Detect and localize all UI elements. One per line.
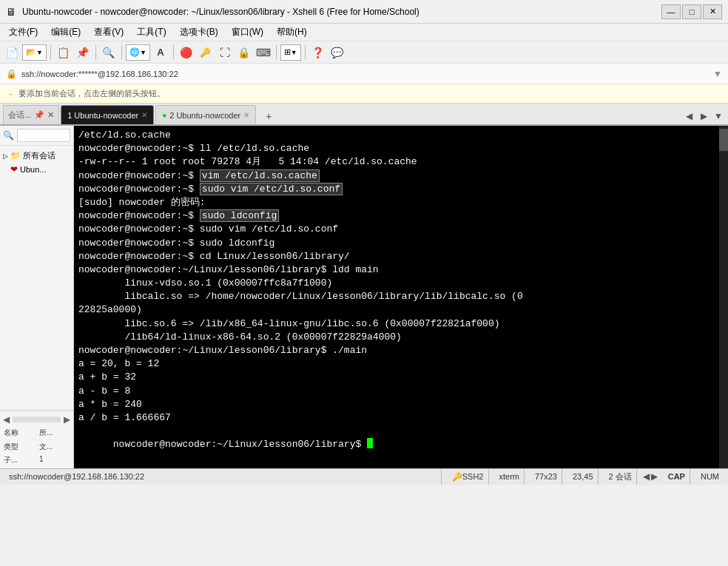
status-terminal-type: xterm <box>495 469 525 485</box>
sidebar-col-headers: 名称 所... <box>1 426 72 440</box>
toolbar-sep-3 <box>121 45 122 60</box>
menu-edit[interactable]: 编辑(E) <box>45 24 87 40</box>
toolbar-fullscreen[interactable]: ⛶ <box>216 44 234 61</box>
sidebar-scroll-left[interactable]: ◀ <box>3 414 10 425</box>
status-ssh-text: ssh://nowcoder@192.168.186.130:22 <box>9 472 144 481</box>
status-sessions: 2 会话 <box>604 469 637 485</box>
tree-item-ubuntu[interactable]: ❤ Ubun... <box>0 163 73 176</box>
terminal-scrollbar[interactable] <box>719 126 728 468</box>
toolbar-color-dropdown[interactable]: 🌐 ▼ <box>126 44 150 61</box>
sidebar-col-name: 名称 <box>1 426 37 439</box>
toolbar-paste[interactable]: 📌 <box>74 44 92 61</box>
terminal-line-12: libcalc.so => /home/nowcoder/Linux/lesso… <box>78 290 724 303</box>
close-button[interactable]: ✕ <box>703 4 722 19</box>
toolbar-search[interactable]: 🔍 <box>100 44 118 61</box>
window-title: Ubuntu-nowcoder - nowcoder@nowcoder: ~/L… <box>22 7 655 17</box>
menu-help[interactable]: 帮助(H) <box>271 24 313 40</box>
status-ssh: ssh://nowcoder@192.168.186.130:22 <box>4 469 442 485</box>
toolbar-open-dropdown[interactable]: 📂 ▼ <box>22 44 47 61</box>
tree-expand-icon: ▷ <box>3 152 8 160</box>
status-indicator-icon: 🔑 <box>452 472 462 482</box>
sidebar-search-input[interactable] <box>17 129 70 142</box>
toolbar-sep-1 <box>50 45 51 60</box>
terminal-line-5: [sudo] nowcoder 的密码: <box>78 196 724 209</box>
sidebar-scroll-bar <box>13 417 61 422</box>
toolbar-font[interactable]: A <box>152 44 169 61</box>
menu-view[interactable]: 查看(V) <box>88 24 129 40</box>
toolbar-red[interactable]: 🔴 <box>178 44 195 61</box>
status-nav-right-btn[interactable]: ▶ <box>651 471 658 482</box>
sidebar-scroll-right[interactable]: ▶ <box>64 414 70 425</box>
pin-icon[interactable]: 📌 <box>34 110 44 120</box>
terminal-line-3: nowcoder@nowcoder:~$ vim /etc/ld.so.cach… <box>78 169 724 183</box>
status-position: 23,45 <box>568 469 599 485</box>
status-num: NUM <box>696 469 724 485</box>
sessions-panel[interactable]: 会话... 📌 ✕ <box>3 105 59 124</box>
tree-item-label: 所有会话 <box>23 150 55 161</box>
sidebar-sub-value: 1 <box>37 454 72 467</box>
menu-tabs[interactable]: 选项卡(B) <box>174 24 224 40</box>
terminal-scrollbar-thumb[interactable] <box>719 129 728 151</box>
toolbar-help[interactable]: ❓ <box>309 44 327 61</box>
tab-nav-left-btn[interactable]: ◀ <box>682 108 695 124</box>
toolbar-sep-4 <box>173 45 174 60</box>
menu-file[interactable]: 文件(F) <box>3 24 44 40</box>
sidebar-col-location: 所... <box>37 426 72 439</box>
terminal-line-8: nowcoder@nowcoder:~$ sudo ldconfig <box>78 237 724 250</box>
terminal-line-17: a = 20, b = 12 <box>78 357 724 371</box>
status-nav-left-btn[interactable]: ◀ <box>643 471 650 482</box>
menu-window[interactable]: 窗口(W) <box>226 24 269 40</box>
tree-item-all-sessions[interactable]: ▷ 📁 所有会话 <box>0 149 73 163</box>
toolbar-new[interactable]: 📄 <box>3 44 21 61</box>
sidebar: 🔍 ▷ 📁 所有会话 ❤ Ubun... ◀ ▶ 名称 所... <box>0 126 74 468</box>
toolbar-layout-dropdown[interactable]: ⊞ ▼ <box>280 44 301 61</box>
status-nav-buttons: ◀ ▶ <box>643 471 658 482</box>
sidebar-bottom: ◀ ▶ 名称 所... 类型 文... 子... 1 <box>0 410 73 468</box>
terminal-line-11: linux-vdso.so.1 (0x00007ffc8a7f1000) <box>78 277 724 290</box>
maximize-button[interactable]: □ <box>682 4 701 19</box>
address-bar: 🔒 ssh://nowcoder:******@192.168.186.130:… <box>0 64 728 84</box>
terminal-line-10: nowcoder@nowcoder:~/Linux/lesson06/libra… <box>78 263 724 277</box>
toolbar-copy[interactable]: 📋 <box>55 44 73 61</box>
tab-nav-right-btn[interactable]: ▶ <box>697 108 710 124</box>
window-controls: — □ ✕ <box>661 4 722 19</box>
status-cap-text: CAP <box>668 472 685 481</box>
status-sessions-text: 2 会话 <box>609 471 632 482</box>
sidebar-tree: ▷ 📁 所有会话 ❤ Ubun... <box>0 146 73 410</box>
status-terminal-text: xterm <box>499 472 520 481</box>
toolbar-key[interactable]: 🔑 <box>197 44 215 61</box>
menu-bar: 文件(F) 编辑(E) 查看(V) 工具(T) 选项卡(B) 窗口(W) 帮助(… <box>0 24 728 41</box>
sessions-close-icon[interactable]: ✕ <box>47 110 54 120</box>
info-text: 要添加当前会话，点击左侧的箭头按钮。 <box>18 88 165 99</box>
terminal-line-21: a / b = 1.666667 <box>78 411 724 425</box>
tree-folder-icon: 📁 <box>10 151 21 161</box>
tab-add-button[interactable]: + <box>260 108 277 124</box>
tab-1-close[interactable]: ✕ <box>141 111 147 119</box>
terminal-line-16: nowcoder@nowcoder:~/Linux/lesson06/libra… <box>78 344 724 357</box>
tree-ubuntu-label: Ubun... <box>20 165 46 174</box>
terminal-line-7: nowcoder@nowcoder:~$ sudo vim /etc/ld.so… <box>78 223 724 236</box>
address-dropdown-arrow[interactable]: ▼ <box>713 69 722 79</box>
address-text: ssh://nowcoder:******@192.168.186.130:22 <box>21 70 709 78</box>
tab-2[interactable]: ● 2 Ubuntu-nowcoder ✕ <box>155 105 256 124</box>
terminal-prompt-last: nowcoder@nowcoder:~/Linux/lesson06/libra… <box>113 439 367 450</box>
menu-tools[interactable]: 工具(T) <box>131 24 172 40</box>
terminal-line-4: nowcoder@nowcoder:~$ sudo vim /etc/ld.so… <box>78 183 724 196</box>
sidebar-type-value: 文... <box>37 440 72 454</box>
toolbar-sep-2 <box>95 45 96 60</box>
title-bar: 🖥 Ubuntu-nowcoder - nowcoder@nowcoder: ~… <box>0 0 728 24</box>
toolbar-lock[interactable]: 🔒 <box>235 44 253 61</box>
terminal-line-cursor: nowcoder@nowcoder:~/Linux/lesson06/libra… <box>78 425 724 465</box>
terminal-line-19: a - b = 8 <box>78 385 724 398</box>
toolbar-keyboard[interactable]: ⌨ <box>255 44 272 61</box>
tab-nav-menu-btn[interactable]: ▼ <box>712 108 725 124</box>
sidebar-search: 🔍 <box>0 126 73 146</box>
terminal-line-20: a * b = 240 <box>78 398 724 411</box>
tab-2-close[interactable]: ✕ <box>243 111 249 119</box>
toolbar-chat[interactable]: 💬 <box>328 44 346 61</box>
minimize-button[interactable]: — <box>661 4 681 19</box>
terminal[interactable]: /etc/ld.so.cache nowcoder@nowcoder:~$ ll… <box>74 126 728 468</box>
tab-2-label: 2 Ubuntu-nowcoder <box>169 111 240 120</box>
tab-1[interactable]: 1 Ubuntu-nowcoder ✕ <box>61 105 154 124</box>
info-arrow-icon: → <box>6 90 14 98</box>
